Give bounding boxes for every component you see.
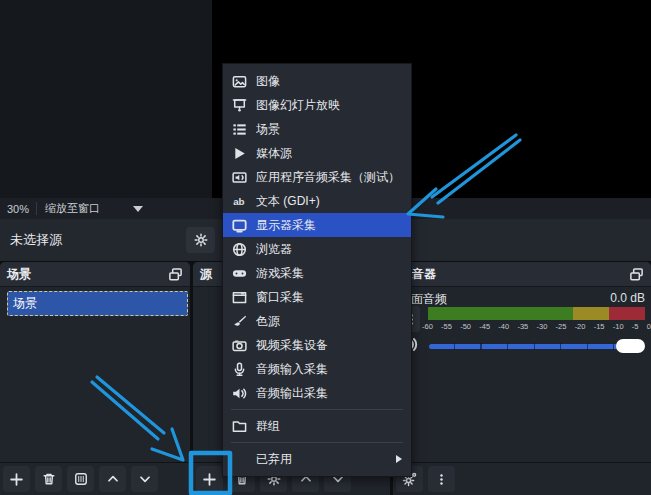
menu-item-app-audio-capture[interactable]: 应用程序音频采集（测试） [223, 165, 411, 189]
zoom-mode-select[interactable]: 缩放至窗口 [37, 201, 108, 216]
paintbrush-icon [231, 313, 247, 329]
mixer-toolbar [393, 462, 651, 495]
scene-list-item[interactable]: 场景 [7, 291, 188, 316]
menu-item-label: 视频采集设备 [256, 337, 328, 354]
svg-text:ab: ab [233, 196, 244, 207]
browser-icon [231, 241, 247, 257]
menu-item-deprecated[interactable]: 已弃用 [223, 447, 411, 471]
volume-meter [428, 307, 645, 320]
folder-icon [231, 418, 247, 434]
meter-tick-label: -60 [422, 322, 433, 331]
scenes-toolbar [0, 462, 190, 495]
move-scene-up-button[interactable] [99, 466, 126, 492]
volume-slider[interactable] [429, 339, 643, 353]
popout-icon[interactable] [168, 267, 183, 282]
menu-item-image[interactable]: 图像 [223, 69, 411, 93]
menu-item-label: 音频输入采集 [256, 361, 328, 378]
meter-segment-green [428, 307, 573, 320]
menu-item-label: 显示器采集 [256, 217, 316, 234]
meter-tick-label: -15 [594, 322, 605, 331]
chevron-down-icon[interactable] [133, 206, 143, 212]
meter-tick-label: -40 [498, 322, 509, 331]
audio-mixer-panel: 混音器 桌面音频 0.0 dB -60-55-50-45-40-35-30-25… [393, 262, 651, 495]
menu-item-game-capture[interactable]: 游戏采集 [223, 261, 411, 285]
menu-item-text-gdi[interactable]: ab文本 (GDI+) [223, 189, 411, 213]
menu-item-label: 场景 [256, 121, 280, 138]
menu-separator [231, 409, 403, 410]
camera-icon [231, 337, 247, 353]
slideshow-icon [231, 97, 247, 113]
meter-tick-label: -30 [536, 322, 547, 331]
meter-tick-label: -25 [556, 322, 567, 331]
meter-tick-label: -20 [575, 322, 586, 331]
menu-separator [231, 442, 403, 443]
menu-item-audio-output-capture[interactable]: 音频输出采集 [223, 381, 411, 405]
trash-icon [42, 472, 56, 486]
channel-db-value: 0.0 dB [610, 291, 645, 308]
menu-item-audio-input-capture[interactable]: 音频输入采集 [223, 357, 411, 381]
menu-item-label: 窗口采集 [256, 289, 304, 306]
menu-item-display-capture[interactable]: 显示器采集 [223, 213, 411, 237]
speaker-icon [231, 385, 247, 401]
meter-segment-red [609, 307, 645, 320]
meter-tick-label: -55 [441, 322, 452, 331]
dots-icon [435, 473, 448, 486]
menu-item-label: 图像幻灯片放映 [256, 97, 340, 114]
add-source-button[interactable] [196, 466, 223, 492]
meter-tick-label: 0 [647, 322, 651, 331]
media-play-icon [231, 145, 247, 161]
window-icon [231, 289, 247, 305]
scenes-panel-header: 场景 [0, 262, 190, 287]
scene-filters-button[interactable] [67, 466, 94, 492]
menu-item-color-source[interactable]: 色源 [223, 309, 411, 333]
menu-item-spacer [231, 451, 247, 467]
plus-icon [202, 472, 217, 487]
image-icon [231, 73, 247, 89]
menu-item-browser[interactable]: 浏览器 [223, 237, 411, 261]
zoom-percent: 30% [0, 203, 36, 215]
microphone-icon [231, 361, 247, 377]
menu-item-label: 已弃用 [256, 451, 292, 468]
meter-tick-label: -35 [517, 322, 528, 331]
meter-tick-label: -50 [460, 322, 471, 331]
menu-item-label: 游戏采集 [256, 265, 304, 282]
scene-list-icon [231, 121, 247, 137]
menu-item-group[interactable]: 群组 [223, 414, 411, 438]
meter-scale: -60-55-50-45-40-35-30-25-20-15-10-50 [422, 322, 651, 331]
plus-icon [9, 472, 24, 487]
gear-icon [194, 233, 208, 247]
filter-icon [74, 472, 88, 486]
menu-item-image-slideshow[interactable]: 图像幻灯片放映 [223, 93, 411, 117]
popout-icon[interactable] [629, 267, 644, 282]
source-properties-button[interactable] [186, 227, 215, 253]
display-icon [231, 217, 247, 233]
move-scene-down-button[interactable] [131, 466, 158, 492]
menu-item-label: 图像 [256, 73, 280, 90]
app-audio-icon [231, 169, 247, 185]
preview-background [0, 0, 212, 198]
menu-item-video-capture-device[interactable]: 视频采集设备 [223, 333, 411, 357]
menu-item-scene[interactable]: 场景 [223, 117, 411, 141]
meter-segment-yellow [573, 307, 609, 320]
slider-tick-marks [429, 343, 643, 350]
menu-item-label: 群组 [256, 418, 280, 435]
sources-panel-title: 源 [200, 266, 212, 283]
menu-item-label: 媒体源 [256, 145, 292, 162]
remove-scene-button[interactable] [35, 466, 62, 492]
gamepad-icon [231, 265, 247, 281]
chevron-down-icon [138, 472, 152, 486]
chevron-up-icon [106, 472, 120, 486]
menu-item-label: 应用程序音频采集（测试） [256, 169, 400, 186]
menu-item-window-capture[interactable]: 窗口采集 [223, 285, 411, 309]
add-source-context-menu: 图像图像幻灯片放映场景媒体源应用程序音频采集（测试）ab文本 (GDI+)显示器… [222, 63, 412, 477]
slider-handle[interactable] [616, 339, 645, 353]
submenu-arrow-icon [396, 455, 402, 463]
menu-item-label: 音频输出采集 [256, 385, 328, 402]
menu-item-label: 浏览器 [256, 241, 292, 258]
mixer-options-button[interactable] [428, 466, 455, 492]
add-scene-button[interactable] [3, 466, 30, 492]
menu-item-label: 文本 (GDI+) [256, 193, 320, 210]
no-source-label: 未选择源 [10, 231, 62, 249]
menu-item-media-source[interactable]: 媒体源 [223, 141, 411, 165]
mixer-channel-row: 桌面音频 0.0 dB [399, 291, 645, 308]
